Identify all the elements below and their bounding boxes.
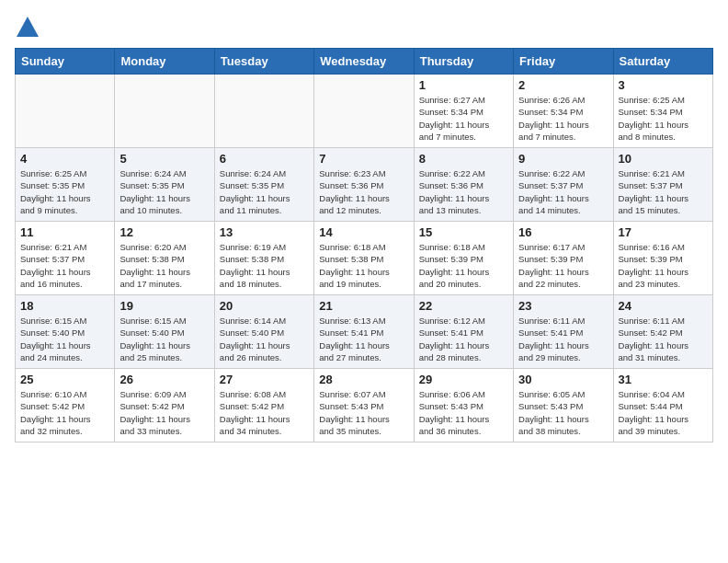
svg-marker-0	[17, 17, 39, 37]
day-cell: 12Sunrise: 6:20 AM Sunset: 5:38 PM Dayli…	[115, 222, 214, 295]
day-number: 4	[20, 152, 109, 166]
day-cell: 2Sunrise: 6:26 AM Sunset: 5:34 PM Daylig…	[514, 75, 613, 148]
day-cell	[16, 75, 115, 148]
day-info: Sunrise: 6:21 AM Sunset: 5:37 PM Dayligh…	[619, 167, 708, 216]
day-info: Sunrise: 6:18 AM Sunset: 5:38 PM Dayligh…	[319, 241, 408, 290]
day-info: Sunrise: 6:15 AM Sunset: 5:40 PM Dayligh…	[119, 315, 209, 363]
day-info: Sunrise: 6:11 AM Sunset: 5:41 PM Dayligh…	[518, 315, 608, 363]
day-cell: 20Sunrise: 6:14 AM Sunset: 5:40 PM Dayli…	[214, 295, 313, 369]
day-info: Sunrise: 6:23 AM Sunset: 5:36 PM Dayligh…	[319, 167, 408, 216]
day-number: 7	[319, 152, 408, 166]
day-number: 17	[619, 225, 708, 239]
day-number: 2	[518, 78, 608, 92]
day-number: 22	[419, 299, 508, 313]
day-info: Sunrise: 6:25 AM Sunset: 5:34 PM Dayligh…	[619, 94, 708, 143]
week-row-5: 25Sunrise: 6:10 AM Sunset: 5:42 PM Dayli…	[16, 369, 713, 442]
weekday-header-wednesday: Wednesday	[314, 49, 414, 75]
day-cell	[115, 75, 214, 148]
weekday-header-thursday: Thursday	[414, 49, 513, 75]
day-info: Sunrise: 6:22 AM Sunset: 5:37 PM Dayligh…	[518, 167, 608, 216]
logo	[15, 15, 44, 40]
day-number: 16	[518, 225, 608, 239]
day-cell: 17Sunrise: 6:16 AM Sunset: 5:39 PM Dayli…	[613, 222, 712, 295]
day-cell: 9Sunrise: 6:22 AM Sunset: 5:37 PM Daylig…	[514, 148, 613, 222]
day-cell: 5Sunrise: 6:24 AM Sunset: 5:35 PM Daylig…	[115, 148, 214, 222]
day-number: 31	[619, 373, 708, 386]
day-cell: 11Sunrise: 6:21 AM Sunset: 5:37 PM Dayli…	[16, 222, 115, 295]
day-info: Sunrise: 6:25 AM Sunset: 5:35 PM Dayligh…	[20, 167, 109, 216]
day-cell: 14Sunrise: 6:18 AM Sunset: 5:38 PM Dayli…	[314, 222, 414, 295]
day-cell: 27Sunrise: 6:08 AM Sunset: 5:42 PM Dayli…	[214, 369, 313, 442]
day-cell	[214, 75, 313, 148]
day-info: Sunrise: 6:24 AM Sunset: 5:35 PM Dayligh…	[119, 167, 209, 216]
day-info: Sunrise: 6:17 AM Sunset: 5:39 PM Dayligh…	[518, 241, 608, 290]
day-cell: 21Sunrise: 6:13 AM Sunset: 5:41 PM Dayli…	[314, 295, 414, 369]
logo-icon	[15, 15, 40, 40]
weekday-header-monday: Monday	[115, 49, 214, 75]
day-info: Sunrise: 6:22 AM Sunset: 5:36 PM Dayligh…	[419, 167, 508, 216]
weekday-header-friday: Friday	[514, 49, 613, 75]
day-info: Sunrise: 6:15 AM Sunset: 5:40 PM Dayligh…	[20, 315, 109, 363]
day-cell: 19Sunrise: 6:15 AM Sunset: 5:40 PM Dayli…	[115, 295, 214, 369]
day-cell: 28Sunrise: 6:07 AM Sunset: 5:43 PM Dayli…	[314, 369, 414, 442]
day-cell: 3Sunrise: 6:25 AM Sunset: 5:34 PM Daylig…	[613, 75, 712, 148]
week-row-2: 4Sunrise: 6:25 AM Sunset: 5:35 PM Daylig…	[16, 148, 713, 222]
week-row-4: 18Sunrise: 6:15 AM Sunset: 5:40 PM Dayli…	[16, 295, 713, 369]
day-cell: 4Sunrise: 6:25 AM Sunset: 5:35 PM Daylig…	[16, 148, 115, 222]
day-cell: 24Sunrise: 6:11 AM Sunset: 5:42 PM Dayli…	[613, 295, 712, 369]
day-number: 18	[20, 299, 109, 313]
day-number: 19	[119, 299, 209, 313]
day-cell: 30Sunrise: 6:05 AM Sunset: 5:43 PM Dayli…	[514, 369, 613, 442]
day-info: Sunrise: 6:14 AM Sunset: 5:40 PM Dayligh…	[220, 315, 309, 363]
day-number: 25	[20, 373, 109, 386]
day-info: Sunrise: 6:26 AM Sunset: 5:34 PM Dayligh…	[518, 94, 608, 143]
day-info: Sunrise: 6:10 AM Sunset: 5:42 PM Dayligh…	[20, 388, 109, 437]
day-number: 26	[119, 373, 209, 386]
day-number: 20	[220, 299, 309, 313]
page-header	[15, 15, 713, 40]
day-number: 3	[619, 78, 708, 92]
day-cell: 13Sunrise: 6:19 AM Sunset: 5:38 PM Dayli…	[214, 222, 313, 295]
day-number: 10	[619, 152, 708, 166]
day-number: 30	[518, 373, 608, 386]
day-number: 27	[220, 373, 309, 386]
day-cell: 22Sunrise: 6:12 AM Sunset: 5:41 PM Dayli…	[414, 295, 513, 369]
day-cell: 7Sunrise: 6:23 AM Sunset: 5:36 PM Daylig…	[314, 148, 414, 222]
day-info: Sunrise: 6:18 AM Sunset: 5:39 PM Dayligh…	[419, 241, 508, 290]
day-cell: 31Sunrise: 6:04 AM Sunset: 5:44 PM Dayli…	[613, 369, 712, 442]
day-cell: 6Sunrise: 6:24 AM Sunset: 5:35 PM Daylig…	[214, 148, 313, 222]
day-number: 24	[619, 299, 708, 313]
week-row-1: 1Sunrise: 6:27 AM Sunset: 5:34 PM Daylig…	[16, 75, 713, 148]
day-number: 12	[119, 225, 209, 239]
day-info: Sunrise: 6:19 AM Sunset: 5:38 PM Dayligh…	[220, 241, 309, 290]
day-info: Sunrise: 6:11 AM Sunset: 5:42 PM Dayligh…	[619, 315, 708, 363]
day-info: Sunrise: 6:27 AM Sunset: 5:34 PM Dayligh…	[419, 94, 508, 143]
calendar-table: SundayMondayTuesdayWednesdayThursdayFrid…	[15, 48, 713, 442]
day-info: Sunrise: 6:08 AM Sunset: 5:42 PM Dayligh…	[220, 388, 309, 437]
day-number: 15	[419, 225, 508, 239]
day-number: 8	[419, 152, 508, 166]
day-cell: 23Sunrise: 6:11 AM Sunset: 5:41 PM Dayli…	[514, 295, 613, 369]
day-number: 5	[119, 152, 209, 166]
day-cell: 15Sunrise: 6:18 AM Sunset: 5:39 PM Dayli…	[414, 222, 513, 295]
weekday-header-saturday: Saturday	[613, 49, 712, 75]
day-number: 23	[518, 299, 608, 313]
day-cell: 10Sunrise: 6:21 AM Sunset: 5:37 PM Dayli…	[613, 148, 712, 222]
day-info: Sunrise: 6:06 AM Sunset: 5:43 PM Dayligh…	[419, 388, 508, 437]
day-info: Sunrise: 6:04 AM Sunset: 5:44 PM Dayligh…	[619, 388, 708, 437]
day-cell: 16Sunrise: 6:17 AM Sunset: 5:39 PM Dayli…	[514, 222, 613, 295]
day-cell: 8Sunrise: 6:22 AM Sunset: 5:36 PM Daylig…	[414, 148, 513, 222]
day-info: Sunrise: 6:24 AM Sunset: 5:35 PM Dayligh…	[220, 167, 309, 216]
weekday-header-sunday: Sunday	[16, 49, 115, 75]
day-cell: 25Sunrise: 6:10 AM Sunset: 5:42 PM Dayli…	[16, 369, 115, 442]
day-number: 14	[319, 225, 408, 239]
day-info: Sunrise: 6:07 AM Sunset: 5:43 PM Dayligh…	[319, 388, 408, 437]
day-number: 6	[220, 152, 309, 166]
day-number: 1	[419, 78, 508, 92]
day-info: Sunrise: 6:21 AM Sunset: 5:37 PM Dayligh…	[20, 241, 109, 290]
week-row-3: 11Sunrise: 6:21 AM Sunset: 5:37 PM Dayli…	[16, 222, 713, 295]
day-info: Sunrise: 6:12 AM Sunset: 5:41 PM Dayligh…	[419, 315, 508, 363]
day-number: 28	[319, 373, 408, 386]
day-info: Sunrise: 6:20 AM Sunset: 5:38 PM Dayligh…	[119, 241, 209, 290]
day-number: 29	[419, 373, 508, 386]
